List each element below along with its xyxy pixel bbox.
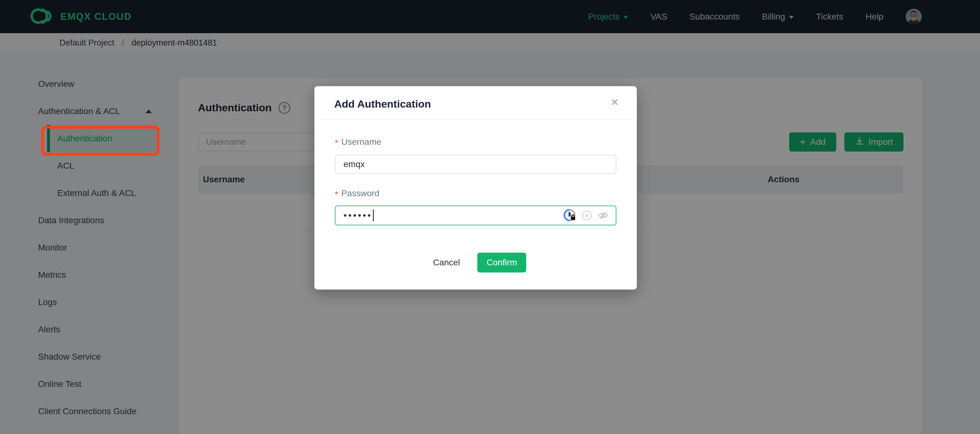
cancel-button[interactable]: Cancel [425,258,468,268]
field-label-text: Password [341,188,379,198]
password-field-label: * Password [335,189,616,198]
text-cursor [373,209,374,221]
confirm-button[interactable]: Confirm [477,253,526,273]
password-manager-icon[interactable] [563,209,577,222]
clear-input-icon[interactable] [582,210,592,221]
username-input[interactable] [335,155,616,174]
close-icon[interactable]: ✕ [611,97,619,107]
dialog-header: Add Authentication ✕ [314,86,637,120]
field-label-text: Username [341,137,381,147]
required-asterisk: * [335,190,338,199]
dialog-title: Add Authentication [334,98,617,110]
eye-off-icon[interactable] [597,209,609,221]
password-input-icons [563,209,609,222]
emqx-cloud-app: EMQX CLOUD Projects VAS Subaccounts Bill… [0,0,980,434]
dialog-body: * Username * Password •••••• [314,120,637,273]
password-masked-value: •••••• [344,211,372,220]
required-asterisk: * [335,138,338,148]
add-authentication-dialog: Add Authentication ✕ * Username * Passwo… [314,86,637,290]
annotation-highlight-box [41,126,159,156]
username-field-label: * Username [335,137,616,147]
password-input[interactable]: •••••• [335,206,616,225]
dialog-footer: Cancel Confirm [335,253,616,273]
